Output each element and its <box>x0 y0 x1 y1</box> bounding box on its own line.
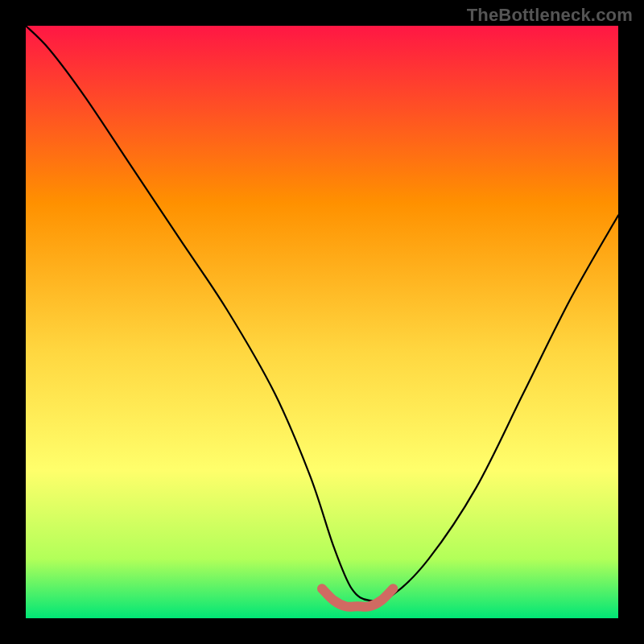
gradient-background <box>26 26 618 618</box>
plot-area <box>26 26 618 618</box>
chart-svg <box>26 26 618 618</box>
watermark-text: TheBottleneck.com <box>467 5 633 26</box>
chart-frame: TheBottleneck.com <box>0 0 644 644</box>
